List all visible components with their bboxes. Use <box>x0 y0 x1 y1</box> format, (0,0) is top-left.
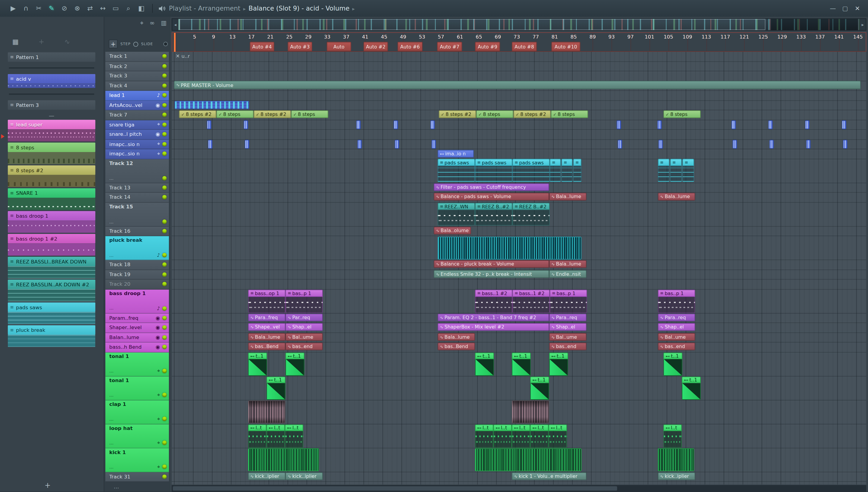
track-mute-led[interactable] <box>162 64 167 68</box>
clip-blip[interactable] <box>617 140 622 149</box>
track-mute-led[interactable] <box>162 103 167 107</box>
knob-icon[interactable]: ◉ <box>156 335 160 340</box>
clip-auto-pur2[interactable]: ∿Shap..el <box>549 323 587 331</box>
track-mute-led[interactable] <box>162 345 167 349</box>
clip-blip[interactable] <box>842 120 846 129</box>
track-mute-led[interactable] <box>162 176 167 181</box>
clip-auto-pur2[interactable]: ∿Shap..el <box>658 323 695 331</box>
clip-auto-maroon[interactable]: ∿Balance - pluck break - Volume <box>434 260 549 268</box>
clip-cyan[interactable]: ≡pads saws <box>512 159 550 182</box>
move-icon[interactable]: ⌖ <box>157 440 160 446</box>
clip-blip[interactable] <box>208 140 212 149</box>
clip-loophat[interactable]: ⊷l..t <box>475 424 493 448</box>
track-row[interactable]: Track 3 <box>105 71 169 81</box>
clip-auto-maroon[interactable]: ∿Bal..ume <box>549 333 587 341</box>
track-mute-led[interactable] <box>162 465 167 469</box>
pattern-item[interactable]: ≡pads saws <box>8 302 95 324</box>
add-pattern-button[interactable]: + <box>45 481 51 490</box>
track-mute-led[interactable] <box>162 474 167 479</box>
track-row[interactable]: kick 1...⌖ <box>105 448 169 472</box>
maximize-button[interactable]: ▢ <box>839 5 851 12</box>
clip-cyan[interactable]: ≡pads saws <box>475 159 512 182</box>
pattern-item[interactable]: ≡acid v <box>8 74 95 88</box>
select-tool-icon[interactable]: ▭ <box>110 4 122 13</box>
move-icon[interactable]: ⌖ <box>157 151 160 157</box>
clip-auto-teal[interactable]: ∿kick..iplier <box>248 472 285 480</box>
scroll-right-icon[interactable]: ▸ <box>860 19 866 30</box>
clip-auto-pur[interactable]: ∿Para..req <box>549 314 587 321</box>
move-icon[interactable]: ⌖ <box>157 464 160 470</box>
track-mute-led[interactable] <box>162 306 167 311</box>
move-icon[interactable]: ⌖ <box>157 368 160 374</box>
stretch-tool-icon[interactable]: ↔ <box>96 4 110 13</box>
clip-purple[interactable]: ≡bas..p 1 <box>550 290 587 313</box>
pattern-item[interactable]: ≡bass droop 1 <box>8 211 95 233</box>
overview-minimap[interactable] <box>179 19 860 30</box>
knob-icon[interactable]: ◉ <box>156 131 160 137</box>
knob-icon[interactable]: ◉ <box>156 344 160 350</box>
track-mute-led[interactable] <box>162 54 167 59</box>
pattern-item[interactable]: ≡8 steps #2 <box>8 165 95 187</box>
clip-loophat[interactable]: ⊷l..t <box>512 424 530 448</box>
clip-cyan[interactable]: ≡ <box>682 159 694 182</box>
track-mute-led[interactable] <box>162 195 167 200</box>
clip-blip[interactable] <box>617 120 621 129</box>
automation-marker[interactable]: Auto #7 <box>437 42 462 51</box>
overview-viewport[interactable] <box>180 19 766 30</box>
track-row[interactable]: Track 7 <box>105 110 169 120</box>
automation-marker[interactable]: Auto #8 <box>512 42 537 51</box>
clip-blip[interactable] <box>770 140 774 149</box>
slide-led[interactable] <box>163 42 168 46</box>
clip-tonal[interactable]: ⊷t..1 <box>663 352 682 376</box>
track-row[interactable]: Track 31 <box>105 472 169 482</box>
automation-marker[interactable]: Auto #2 <box>363 42 388 51</box>
clip-cyan[interactable]: ≡ <box>562 159 573 182</box>
knob-icon[interactable]: ◉ <box>156 102 160 108</box>
track-row[interactable]: snare..l pitch◉ <box>105 130 169 140</box>
track-mute-led[interactable] <box>162 185 167 190</box>
track-mute-led[interactable] <box>162 93 167 98</box>
clip-clap[interactable] <box>512 400 549 423</box>
clip-tonal[interactable]: ⊷t..1 <box>285 352 304 376</box>
clip-blip[interactable] <box>843 140 847 149</box>
clip-yellow8[interactable]: ✓8 steps #2 <box>179 110 216 118</box>
track-mute-led[interactable] <box>162 393 167 397</box>
clip-cyan[interactable]: ≡ <box>550 159 561 182</box>
track-list-overflow[interactable]: ... <box>114 484 119 490</box>
automation-marker[interactable]: Auto #9 <box>475 42 500 51</box>
mute-tool-icon[interactable]: ⊗ <box>71 4 84 13</box>
track-mute-led[interactable] <box>162 282 167 286</box>
clip-auto-maroon[interactable]: ∿Bala..lume <box>549 260 587 268</box>
clip-blip[interactable] <box>431 140 436 149</box>
track-row[interactable]: Track 18 <box>105 260 169 270</box>
track-mute-led[interactable] <box>162 316 167 320</box>
automation-marker[interactable]: Auto <box>327 42 351 51</box>
clip-blip[interactable] <box>394 120 398 129</box>
slip-tool-icon[interactable]: ✂ <box>32 4 45 13</box>
move-icon[interactable]: ⌖ <box>157 392 160 398</box>
track-mute-led[interactable] <box>162 220 167 224</box>
clip-loophat[interactable]: ⊷l..t <box>663 424 682 448</box>
track-row[interactable]: imapc..sio n⌖ <box>105 140 169 149</box>
track-row[interactable]: pluck break...♪ <box>105 236 169 260</box>
track-row[interactable]: tonal 1...⌖ <box>105 376 169 400</box>
clip-auto-teal[interactable]: ∿kick..iplier <box>658 472 695 480</box>
clip-teal[interactable]: ≡REEZ..WN <box>438 203 475 225</box>
clip-loophat[interactable]: ⊷l..t <box>248 424 266 448</box>
clip-kick[interactable] <box>248 448 319 471</box>
clip-blip[interactable] <box>430 120 435 129</box>
track-row[interactable]: Balan..lume◉ <box>105 333 169 342</box>
note-icon[interactable]: ♪ <box>157 305 160 311</box>
clip-auto-maroon[interactable]: ∿Bal..ume <box>285 333 323 341</box>
scrollbar-thumb[interactable] <box>173 486 617 491</box>
horizontal-scrollbar[interactable] <box>172 485 867 492</box>
clip-teal[interactable]: ≡REEZ B..#2 <box>475 203 512 225</box>
playlist-lane[interactable] <box>172 130 867 140</box>
clip-auto-teal[interactable]: ∿kick..iplier <box>285 472 323 480</box>
clip-yellow8[interactable]: ✓8 steps #2 <box>439 110 476 118</box>
track-row[interactable]: tonal 1...⌖ <box>105 352 169 376</box>
clip-auto-maroon[interactable]: ∿bas..Bend <box>438 343 475 350</box>
clip-green8[interactable]: ✓8 steps <box>476 110 514 118</box>
playlist-lane[interactable] <box>172 120 867 130</box>
pattern-item[interactable]: ≡SNARE 1 <box>8 188 95 210</box>
